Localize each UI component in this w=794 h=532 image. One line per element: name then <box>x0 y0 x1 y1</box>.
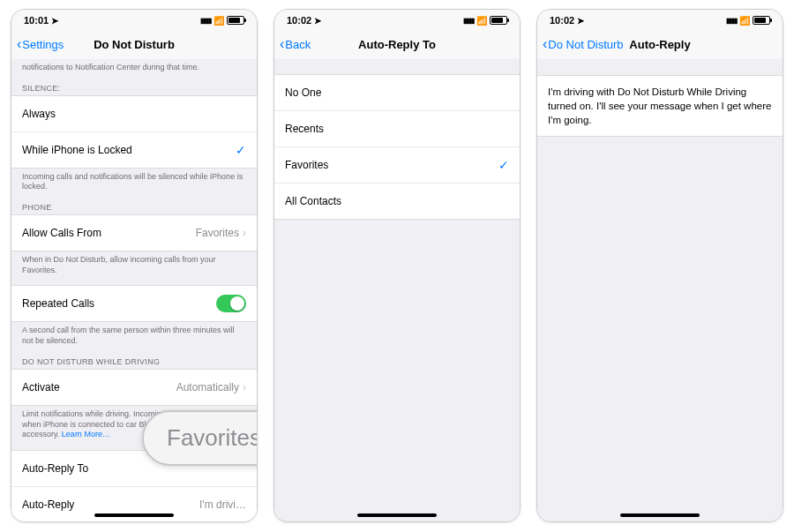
auto-reply-content: I'm driving with Do Not Disturb While Dr… <box>537 59 783 521</box>
auto-reply-to-content: No OneRecentsFavorites✓All Contacts <box>274 59 520 521</box>
option-label: No One <box>285 86 321 99</box>
nav-bar: ‹ Do Not Disturb Auto-Reply <box>537 29 783 60</box>
option-label: Favorites <box>285 159 328 171</box>
page-title: Auto-Reply To <box>274 38 520 51</box>
repeated-calls-label: Repeated Calls <box>22 297 94 310</box>
back-button[interactable]: ‹ Do Not Disturb <box>537 36 624 52</box>
auto-reply-message[interactable]: I'm driving with Do Not Disturb While Dr… <box>537 75 783 137</box>
auto-reply-to-option[interactable]: No One <box>274 74 520 111</box>
option-label: Recents <box>285 123 324 135</box>
back-label: Do Not Disturb <box>548 38 623 51</box>
allow-calls-label: Allow Calls From <box>22 227 101 239</box>
status-time: 10:02 <box>550 15 574 26</box>
silence-option-locked[interactable]: While iPhone is Locked✓ <box>11 131 257 169</box>
back-button[interactable]: ‹ Back <box>274 36 311 52</box>
status-bar: 10:02➤ ▮▮▮▮📶 <box>274 10 520 29</box>
silence-footer: Incoming calls and notifications will be… <box>11 169 257 194</box>
signal-icon: ▮▮▮▮ <box>726 17 737 25</box>
silence-group: Always While iPhone is Locked✓ <box>11 95 257 169</box>
chevron-left-icon: ‹ <box>280 36 284 52</box>
truncated-footer: notifications to Notification Center dur… <box>11 59 257 75</box>
home-indicator <box>620 513 700 517</box>
check-icon: ✓ <box>498 158 509 172</box>
wifi-icon: 📶 <box>213 16 224 26</box>
wifi-icon: 📶 <box>739 16 750 26</box>
location-icon: ➤ <box>314 16 321 26</box>
silence-header: SILENCE: <box>11 75 257 96</box>
chevron-left-icon: ‹ <box>543 36 547 52</box>
auto-reply-to-option[interactable]: Recents <box>274 110 520 147</box>
signal-icon: ▮▮▮▮ <box>200 17 211 25</box>
phone-header: PHONE <box>11 194 257 215</box>
phone-2: 10:02➤ ▮▮▮▮📶 ‹ Back Auto-Reply To No One… <box>273 9 521 522</box>
learn-more-link[interactable]: Learn More… <box>62 430 110 438</box>
allow-calls-footer: When in Do Not Disturb, allow incoming c… <box>11 251 257 277</box>
status-bar: 10:02➤ ▮▮▮▮📶 <box>537 10 783 29</box>
chevron-left-icon: ‹ <box>17 36 21 52</box>
wifi-icon: 📶 <box>476 16 487 26</box>
signal-icon: ▮▮▮▮ <box>463 17 474 25</box>
activate-row[interactable]: Activate Automatically› <box>11 369 257 406</box>
allow-calls-value: Favorites <box>196 227 239 239</box>
auto-reply-to-option[interactable]: All Contacts <box>274 183 520 220</box>
callout-favorites: Favorites › <box>142 410 258 466</box>
battery-icon <box>490 16 507 25</box>
back-label: Back <box>285 38 311 51</box>
back-button[interactable]: ‹ Settings <box>11 36 64 52</box>
activate-label: Activate <box>22 381 60 393</box>
auto-reply-to-option[interactable]: Favorites✓ <box>274 146 520 184</box>
check-icon: ✓ <box>236 143 246 157</box>
phone-1: 10:01➤ ▮▮▮▮📶 ‹ Settings Do Not Disturb n… <box>11 9 258 522</box>
battery-icon <box>227 16 244 25</box>
silence-option-always[interactable]: Always <box>11 95 257 132</box>
allow-calls-row[interactable]: Allow Calls From Favorites› <box>11 214 257 251</box>
auto-reply-to-label: Auto-Reply To <box>22 462 88 475</box>
back-label: Settings <box>22 38 64 51</box>
chevron-right-icon: › <box>243 227 246 239</box>
repeated-calls-row[interactable]: Repeated Calls <box>11 285 257 322</box>
option-label: All Contacts <box>285 195 341 207</box>
status-time: 10:01 <box>24 15 49 26</box>
battery-icon <box>753 16 770 25</box>
location-icon: ➤ <box>51 16 58 26</box>
repeated-footer: A second call from the same person withi… <box>11 322 257 348</box>
chevron-right-icon: › <box>243 381 246 393</box>
activate-value: Automatically <box>176 381 239 393</box>
callout-text: Favorites <box>167 424 258 452</box>
phone-3: 10:02➤ ▮▮▮▮📶 ‹ Do Not Disturb Auto-Reply… <box>536 9 783 522</box>
driving-header: DO NOT DISTURB WHILE DRIVING <box>11 348 257 370</box>
auto-reply-value: I'm drivi… <box>199 498 246 511</box>
status-bar: 10:01➤ ▮▮▮▮📶 <box>11 10 257 29</box>
nav-bar: ‹ Settings Do Not Disturb <box>11 29 257 60</box>
repeated-calls-toggle[interactable] <box>216 295 246 312</box>
home-indicator <box>94 513 174 517</box>
auto-reply-label: Auto-Reply <box>22 498 74 511</box>
home-indicator <box>357 513 437 517</box>
location-icon: ➤ <box>577 16 584 26</box>
nav-bar: ‹ Back Auto-Reply To <box>274 29 520 60</box>
status-time: 10:02 <box>287 15 311 26</box>
